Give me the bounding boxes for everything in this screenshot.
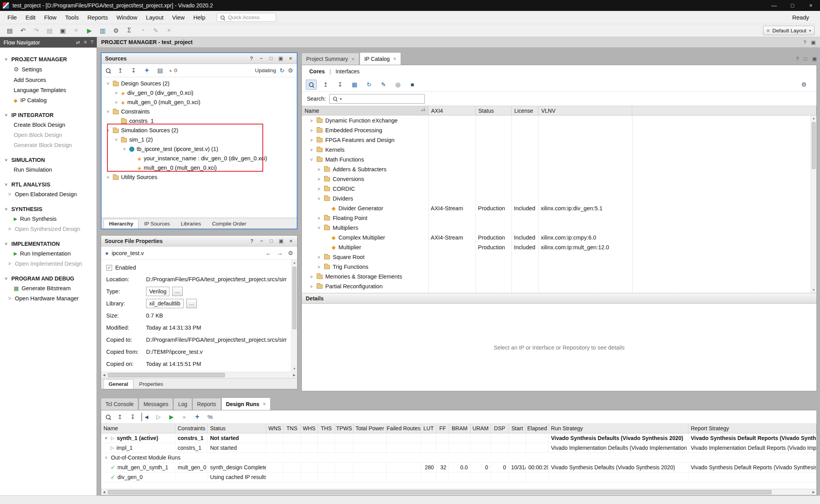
flownav-header-rtl-analysis[interactable]: >RTL ANALYSIS <box>0 180 96 189</box>
bottom-tab-tcl-console[interactable]: Tcl Console <box>101 398 138 410</box>
bottom-tab-messages[interactable]: Messages <box>139 398 173 410</box>
file-properties-icon[interactable]: ▤ <box>156 66 164 75</box>
column-header-constraints[interactable]: Constraints <box>175 424 208 433</box>
tree-expander-icon[interactable]: > <box>316 255 321 259</box>
menu-edit[interactable]: Edit <box>21 11 40 24</box>
menu-flow[interactable]: Flow <box>40 11 61 24</box>
flownav-item-generate-block-design[interactable]: Generate Block Design <box>0 140 96 150</box>
properties-settings-icon[interactable]: ⚙ <box>288 250 293 257</box>
tree-expander-icon[interactable]: > <box>104 436 109 441</box>
column-header-vlnv[interactable]: VLNV <box>538 106 632 115</box>
column-header-tpws[interactable]: TPWS <box>335 424 353 433</box>
workspace-help-icon[interactable]: ? <box>803 39 806 45</box>
flownav-item-generate-bitstream[interactable]: ▦Generate Bitstream <box>0 283 96 293</box>
scroll-right-icon[interactable]: ▶ <box>291 372 297 378</box>
flownav-item-open-synthesized-design[interactable]: >Open Synthesized Design <box>0 224 96 234</box>
document-tab-project-summary[interactable]: Project Summary× <box>301 53 359 65</box>
cancel-icon[interactable]: × <box>163 25 175 35</box>
enabled-checkbox[interactable]: ✓ <box>106 265 112 271</box>
panel-close-icon[interactable]: × <box>288 238 294 244</box>
tree-expander-icon[interactable]: > <box>317 196 321 201</box>
tree-expander-icon[interactable]: > <box>309 138 314 142</box>
launch-runs-icon[interactable]: ▶ <box>167 413 176 421</box>
scrollbar-thumb[interactable] <box>292 267 296 329</box>
scroll-up-icon[interactable]: ▲ <box>292 260 297 266</box>
close-tab-icon[interactable]: × <box>351 56 355 62</box>
search-icon[interactable] <box>105 67 111 74</box>
ip-catalog-item-square-root[interactable]: >Square Root <box>302 252 816 262</box>
close-tab-icon[interactable]: × <box>393 56 396 62</box>
column-header-axi4[interactable]: AXI4 <box>428 106 476 115</box>
column-header-start[interactable]: Start <box>509 424 526 433</box>
scroll-right-icon[interactable]: ▶ <box>811 489 816 495</box>
edit-properties-icon[interactable]: ✎ <box>378 80 389 90</box>
reset-runs-icon[interactable]: ◀ <box>141 413 150 421</box>
close-button[interactable]: × <box>802 0 820 11</box>
column-header-uram[interactable]: URAM <box>471 424 491 433</box>
flownav-item-run-synthesis[interactable]: ▶Run Synthesis <box>0 214 96 224</box>
scrollbar-thumb[interactable] <box>812 122 816 169</box>
tree-expander-icon[interactable]: > <box>309 128 314 133</box>
utilization-icon[interactable]: % <box>206 413 214 421</box>
source-tree-item-constraints[interactable]: >Constraints <box>102 107 297 116</box>
source-tree-item-utility-sources[interactable]: >Utility Sources <box>102 172 297 182</box>
tree-expander-icon[interactable]: > <box>309 284 314 289</box>
properties-panel-titlebar[interactable]: Source File Properties ? − □ ▣ × <box>101 236 297 247</box>
properties-horizontal-scrollbar[interactable]: ◀ ▶ <box>101 372 297 378</box>
property-input-type[interactable]: Verilog <box>146 287 169 296</box>
forward-icon[interactable]: → <box>277 250 283 257</box>
ip-catalog-item-complex-multiplier[interactable]: ◆Complex MultiplierAXI4-StreamProduction… <box>302 232 816 242</box>
sources-tab-ip-sources[interactable]: IP Sources <box>139 219 175 229</box>
tree-expander-icon[interactable]: > <box>316 186 321 191</box>
ip-catalog-item-dynamic-function-exchange[interactable]: >Dynamic Function eXchange <box>302 115 816 125</box>
settings-icon[interactable]: ⚙ <box>110 25 122 35</box>
flownav-item-open-implemented-design[interactable]: >Open Implemented Design <box>0 259 96 269</box>
flownav-item-add-sources[interactable]: Add Sources <box>0 75 96 85</box>
column-header-wns[interactable]: WNS <box>266 424 283 433</box>
browse-button[interactable]: … <box>172 287 183 296</box>
browse-button[interactable]: … <box>186 299 197 308</box>
flownav-header-synthesis[interactable]: >SYNTHESIS <box>0 204 96 214</box>
menu-reports[interactable]: Reports <box>83 11 112 24</box>
design-run-row-div-gen-0[interactable]: ✓div_gen_0Using cached IP results <box>101 472 816 482</box>
sources-tab-hierarchy[interactable]: Hierarchy <box>103 219 139 229</box>
scroll-down-icon[interactable]: ▼ <box>811 287 816 293</box>
tree-expander-icon[interactable]: > <box>106 81 111 86</box>
maximize-button[interactable]: □ <box>783 0 802 11</box>
design-run-row-out-of-context-module-runs[interactable]: >Out-of-Context Module Runs <box>101 453 816 463</box>
workspace-maximize-icon[interactable]: ▣ <box>811 39 816 45</box>
column-header-total-power[interactable]: Total Power <box>353 424 387 433</box>
column-header-name[interactable]: Name <box>101 424 175 433</box>
ip-catalog-item-embedded-processing[interactable]: >Embedded Processing <box>302 125 816 135</box>
flownav-item-create-block-design[interactable]: Create Block Design <box>0 120 96 130</box>
sum-icon[interactable]: Σ <box>123 25 135 35</box>
flownav-menu-icon[interactable]: ≡ <box>84 39 87 45</box>
interfaces-link[interactable]: Interfaces <box>335 68 359 75</box>
hierarchy-view-icon[interactable]: ▦ <box>349 80 360 90</box>
column-header-run-strategy[interactable]: Run Strategy <box>549 424 688 433</box>
ip-catalog-item-adders-subtracters[interactable]: >Adders & Subtracters <box>302 164 816 174</box>
ip-catalog-vertical-scrollbar[interactable]: ▲ ▼ <box>811 115 816 293</box>
ip-catalog-item-multipliers[interactable]: >Multipliers <box>302 223 816 232</box>
ip-catalog-item-divider-generator[interactable]: ◆Divider GeneratorAXI4-StreamProductionI… <box>302 203 816 213</box>
tree-expander-icon[interactable]: > <box>105 175 111 179</box>
ip-catalog-item-fpga-features-and-design[interactable]: >FPGA Features and Design <box>302 135 816 145</box>
menu-file[interactable]: File <box>3 11 21 24</box>
flownav-header-program-and-debug[interactable]: >PROGRAM AND DEBUG <box>0 274 96 283</box>
collapse-all-icon[interactable]: ↥ <box>116 413 124 421</box>
search-icon[interactable] <box>306 80 317 90</box>
close-tab-icon[interactable]: × <box>263 401 266 407</box>
column-header-failed-routes[interactable]: Failed Routes <box>387 424 421 433</box>
document-icon[interactable]: ▤ <box>44 25 55 35</box>
column-header-report-strategy[interactable]: Report Strategy <box>688 424 816 433</box>
flownav-header-project-manager[interactable]: >PROJECT MANAGER <box>0 55 96 64</box>
timer-icon[interactable]: ◔ <box>137 25 148 35</box>
scrollbar-thumb[interactable] <box>108 373 225 377</box>
panel-minimize-icon[interactable]: − <box>259 238 264 244</box>
flownav-header-simulation[interactable]: >SIMULATION <box>0 155 96 165</box>
tree-expander-icon[interactable]: > <box>316 216 321 220</box>
design-runs-horizontal-scrollbar[interactable]: ◀ ▶ <box>101 489 816 495</box>
ip-catalog-item-conversions[interactable]: >Conversions <box>302 174 816 184</box>
column-header-lut[interactable]: LUT <box>421 424 437 433</box>
collapse-all-icon[interactable]: ↥ <box>320 80 331 90</box>
